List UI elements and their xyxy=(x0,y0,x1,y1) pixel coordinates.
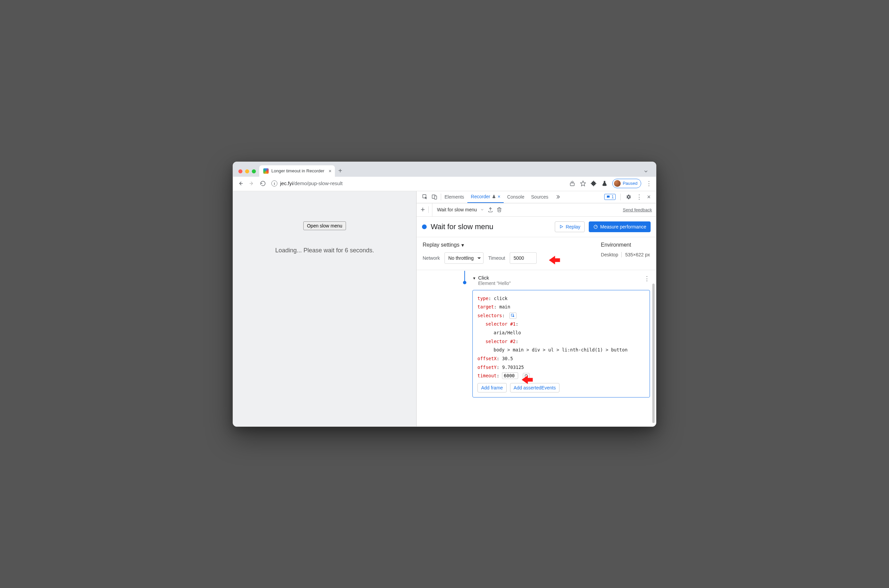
recording-title: Wait for slow menu xyxy=(431,222,493,231)
tab-sources[interactable]: Sources xyxy=(528,191,552,203)
recording-selector[interactable]: Wait for slow menu xyxy=(432,203,484,216)
measure-label: Measure performance xyxy=(600,224,646,230)
network-label: Network xyxy=(423,255,440,261)
add-frame-button[interactable]: Add frame xyxy=(477,383,507,393)
favicon-icon xyxy=(263,168,269,174)
step-header[interactable]: ▼ Click Element "Hello" ⋮ xyxy=(472,273,650,287)
issues-count: 1 xyxy=(612,195,614,199)
measure-performance-button[interactable]: Measure performance xyxy=(589,221,651,232)
timeout-input[interactable] xyxy=(510,252,537,264)
tab-title: Longer timeout in Recorder xyxy=(271,168,325,173)
svg-rect-6 xyxy=(435,196,437,199)
step-subtitle: Element "Hello" xyxy=(478,280,511,286)
url-field[interactable]: i jec.fyi/demo/pup-slow-result xyxy=(271,180,564,186)
tab-console[interactable]: Console xyxy=(504,191,528,203)
browser-tab[interactable]: Longer timeout in Recorder × xyxy=(259,165,335,177)
site-info-icon[interactable]: i xyxy=(271,180,277,186)
window-close[interactable] xyxy=(238,170,242,173)
extensions-icon[interactable] xyxy=(591,180,597,186)
recording-name: Wait for slow menu xyxy=(437,207,477,212)
pick-selector-icon[interactable] xyxy=(509,312,516,319)
browser-tab-bar: Longer timeout in Recorder × + xyxy=(233,162,656,177)
nav-forward-icon xyxy=(248,180,255,187)
replay-label: Replay xyxy=(566,224,580,230)
timeline-dot-icon xyxy=(463,281,466,284)
prop-key: selector #1 xyxy=(486,321,516,327)
prop-value: click xyxy=(494,296,508,301)
nav-back-icon[interactable] xyxy=(237,180,244,187)
prop-value: body > main > div > ul > li:nth-child(1)… xyxy=(477,346,645,354)
window-minimize[interactable] xyxy=(245,170,249,173)
loading-text: Loading... Please wait for 6 seconds. xyxy=(275,247,374,254)
recording-indicator-icon xyxy=(422,225,427,229)
issues-badge[interactable]: 1 xyxy=(604,194,616,200)
replay-button[interactable]: Replay xyxy=(555,221,585,232)
chevron-down-icon[interactable] xyxy=(638,169,653,177)
bookmark-star-icon[interactable] xyxy=(580,180,586,186)
browser-window: Longer timeout in Recorder × + i jec.fyi… xyxy=(233,162,656,427)
prop-key: type xyxy=(477,296,489,301)
replay-settings: Replay settings ▾ Network No throttling … xyxy=(417,237,656,270)
export-icon[interactable] xyxy=(487,207,493,213)
flask-icon xyxy=(492,195,496,199)
recording-header: Wait for slow menu Replay Measure perfor… xyxy=(417,217,656,237)
tab-recorder[interactable]: Recorder × xyxy=(467,191,504,203)
devtools-close-icon[interactable]: × xyxy=(647,194,651,201)
devtools-settings-icon[interactable] xyxy=(626,194,632,200)
prop-value: main xyxy=(499,304,510,309)
url-host: jec.fyi xyxy=(280,180,293,186)
devtools-panel: Elements Recorder × Console Sources 1 xyxy=(416,191,656,426)
nav-reload-icon[interactable] xyxy=(260,180,267,186)
window-zoom[interactable] xyxy=(252,170,256,173)
open-slow-menu-button[interactable]: Open slow menu xyxy=(303,221,346,230)
svg-marker-3 xyxy=(580,181,585,186)
step-details-card: type: click target: main selectors: sele… xyxy=(472,290,650,398)
prop-key: offsetY xyxy=(477,364,496,370)
devtools-tabs: Elements Recorder × Console Sources 1 xyxy=(417,191,656,203)
profile-paused-chip[interactable]: Paused xyxy=(612,179,641,188)
timeout-label: Timeout xyxy=(488,255,505,261)
prop-key: target xyxy=(477,304,494,309)
caret-down-icon: ▼ xyxy=(472,276,476,280)
step-title: Click xyxy=(478,275,511,280)
step-menu-icon[interactable]: ⋮ xyxy=(644,275,650,282)
content-split: Open slow menu Loading... Please wait fo… xyxy=(233,191,656,426)
prop-key: selectors xyxy=(477,313,502,318)
tab-more[interactable] xyxy=(552,191,564,203)
delete-icon[interactable] xyxy=(496,207,502,212)
device-toggle-icon[interactable] xyxy=(432,194,438,200)
devtools-menu-icon[interactable]: ⋮ xyxy=(636,193,642,201)
caret-down-icon: ▾ xyxy=(461,242,464,248)
tab-elements[interactable]: Elements xyxy=(441,191,467,203)
add-asserted-events-button[interactable]: Add assertedEvents xyxy=(510,383,560,393)
replay-settings-header[interactable]: Replay settings ▾ xyxy=(423,242,537,248)
page-viewport: Open slow menu Loading... Please wait fo… xyxy=(233,191,416,426)
chevron-down-icon xyxy=(480,208,484,212)
prop-key: offsetX xyxy=(477,356,496,361)
tab-close-icon[interactable]: × xyxy=(328,168,331,174)
prop-key: timeout xyxy=(477,373,496,378)
annotation-arrow-icon xyxy=(520,373,535,388)
svg-rect-2 xyxy=(570,183,574,186)
new-recording-button[interactable]: + xyxy=(421,205,425,214)
close-icon[interactable]: × xyxy=(498,194,500,199)
steps-list[interactable]: ▼ Click Element "Hello" ⋮ type: click ta… xyxy=(417,270,656,426)
prop-key: selector #2 xyxy=(486,339,516,344)
annotation-arrow-icon xyxy=(547,254,562,268)
window-controls xyxy=(237,170,259,177)
browser-menu-icon[interactable]: ⋮ xyxy=(646,180,652,187)
svg-marker-7 xyxy=(561,225,563,228)
throttling-select[interactable]: No throttling xyxy=(444,252,483,264)
new-tab-button[interactable]: + xyxy=(338,167,342,177)
avatar xyxy=(614,180,621,187)
share-icon[interactable] xyxy=(569,180,575,186)
toolbar-right: Paused ⋮ xyxy=(569,179,652,188)
labs-flask-icon[interactable] xyxy=(602,180,608,186)
step-row: ▼ Click Element "Hello" ⋮ type: click ta… xyxy=(423,273,650,398)
inspect-element-icon[interactable] xyxy=(422,194,428,200)
step-timeout-input[interactable] xyxy=(502,372,518,379)
url-path: /demo/pup-slow-result xyxy=(293,180,343,186)
send-feedback-link[interactable]: Send feedback xyxy=(623,207,652,212)
paused-label: Paused xyxy=(623,181,638,186)
prop-value: 9.703125 xyxy=(502,364,524,370)
